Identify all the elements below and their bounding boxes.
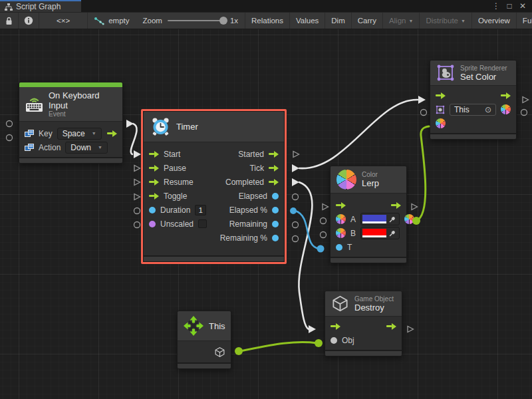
- graph-nodes-icon: [94, 17, 104, 25]
- values-button[interactable]: Values: [289, 13, 325, 29]
- node-title: Lerp: [362, 178, 379, 188]
- node-on-keyboard-input[interactable]: On Keyboard Input Event Key Space ▼: [19, 82, 123, 164]
- port-label: Obj: [342, 336, 354, 345]
- lock-icon: [5, 17, 13, 25]
- zoom-slider-handle[interactable]: [219, 17, 227, 25]
- flow-in-port[interactable]: [149, 165, 159, 172]
- flow-in-port[interactable]: [149, 151, 159, 158]
- flow-in-port[interactable]: [436, 92, 446, 99]
- node-footer: [19, 157, 122, 163]
- port-row-key: Key Space ▼: [25, 126, 117, 140]
- graph-status: empty: [88, 13, 136, 29]
- color-port-icon[interactable]: [336, 228, 346, 238]
- object-picker-icon[interactable]: ⊙: [485, 105, 491, 114]
- flow-out-port[interactable]: [107, 130, 117, 137]
- value-out-port[interactable]: [272, 207, 279, 213]
- chevron-down-icon: ▼: [98, 145, 102, 150]
- tab-script-graph[interactable]: Script Graph: [0, 0, 81, 12]
- node-destroy[interactable]: Game Object Destroy Obj: [325, 291, 402, 356]
- value-in-port[interactable]: [149, 221, 156, 227]
- wire-this-to-obj: [240, 342, 317, 351]
- action-dropdown[interactable]: Down ▼: [65, 142, 108, 154]
- value-in-port[interactable]: [149, 207, 156, 213]
- flow-out-port[interactable]: [269, 165, 279, 172]
- port-row: Resume Completed: [149, 175, 279, 189]
- color-out-port[interactable]: [404, 214, 414, 224]
- lock-button[interactable]: [0, 13, 19, 29]
- chevron-down-icon: ▼: [461, 19, 466, 23]
- collapse-glyph: <×>: [57, 17, 70, 25]
- carry-button[interactable]: Carry: [351, 13, 382, 29]
- zoom-value: 1x: [230, 17, 238, 25]
- graph-toolbar: <×> empty Zoom 1x Relations Values Dim C…: [0, 12, 532, 29]
- port-label: T: [347, 243, 352, 252]
- eyedropper-icon[interactable]: [389, 229, 396, 237]
- game-object-cube-icon[interactable]: [214, 346, 225, 358]
- node-color-lerp[interactable]: Color Lerp A: [330, 166, 407, 263]
- distribute-button[interactable]: Distribute ▼: [419, 13, 471, 29]
- flow-out-port[interactable]: [501, 92, 511, 99]
- port-row-a: A: [336, 212, 401, 226]
- flow-in-port[interactable]: [149, 193, 159, 200]
- value-out-port[interactable]: [272, 193, 279, 200]
- port-label: Remaining: [229, 219, 267, 229]
- node-title: On Keyboard Input: [49, 90, 116, 110]
- node-this[interactable]: This: [177, 311, 231, 369]
- flow-in-port[interactable]: [336, 202, 346, 209]
- port-label: Started: [238, 150, 264, 159]
- port-row-color-in: [436, 116, 511, 130]
- port-row-flow: [331, 319, 396, 333]
- event-accent-bar: [19, 82, 122, 87]
- window-maximize-icon[interactable]: □: [504, 1, 515, 11]
- color-in-port[interactable]: [436, 118, 446, 128]
- align-button[interactable]: Align ▼: [382, 13, 420, 29]
- flow-out-port[interactable]: [391, 202, 401, 209]
- window-menu-icon[interactable]: ⋮: [491, 1, 501, 11]
- color-b-field[interactable]: [360, 227, 400, 239]
- port-label: Remaining %: [220, 233, 267, 243]
- overview-button[interactable]: Overview: [471, 13, 516, 29]
- node-timer[interactable]: Timer Start Started Pause Tick Resume Co…: [143, 111, 285, 262]
- value-out-port[interactable]: [272, 235, 279, 241]
- value-in-port[interactable]: [336, 244, 342, 251]
- node-title: This: [209, 321, 225, 331]
- unscaled-checkbox[interactable]: [198, 219, 207, 228]
- flow-out-port[interactable]: [269, 179, 279, 186]
- node-footer: [325, 350, 402, 356]
- info-button[interactable]: [19, 13, 39, 29]
- value-in-port[interactable]: [331, 337, 337, 344]
- color-out-port[interactable]: [501, 104, 511, 114]
- color-port-icon[interactable]: [336, 214, 346, 224]
- flow-out-port[interactable]: [269, 151, 279, 158]
- graph-canvas[interactable]: On Keyboard Input Event Key Space ▼: [0, 29, 532, 399]
- flow-out-port[interactable]: [386, 323, 396, 330]
- flow-in-port[interactable]: [331, 323, 340, 330]
- relations-button[interactable]: Relations: [245, 13, 289, 29]
- eyedropper-icon[interactable]: [389, 215, 396, 223]
- flow-in-port[interactable]: [149, 179, 159, 186]
- color-wheel-icon: [336, 170, 356, 190]
- fullscreen-button[interactable]: Full Screen: [516, 13, 532, 29]
- collapse-button[interactable]: <×>: [39, 13, 88, 29]
- color-a-field[interactable]: [360, 213, 400, 225]
- sprite-renderer-mini-icon[interactable]: [436, 105, 445, 114]
- value-out-port[interactable]: [272, 221, 279, 227]
- chevron-down-icon: ▼: [92, 131, 96, 136]
- port-label: Tick: [249, 164, 264, 173]
- this-icon: [184, 316, 203, 336]
- zoom-control: Zoom 1x: [136, 13, 245, 29]
- chevron-down-icon: ▼: [408, 19, 413, 23]
- window-close-icon[interactable]: ✕: [517, 1, 528, 11]
- alarm-clock-icon: [150, 117, 171, 136]
- wire-elapsedpct-to-t: [295, 211, 319, 249]
- port-row: Duration 1 Elapsed %: [149, 203, 279, 217]
- dim-button[interactable]: Dim: [325, 13, 350, 29]
- port-label: Unscaled: [160, 219, 194, 229]
- key-dropdown[interactable]: Space ▼: [57, 128, 102, 140]
- node-set-color[interactable]: Sprite Renderer Set Color This ⊙: [430, 60, 517, 140]
- duration-input[interactable]: 1: [195, 205, 206, 215]
- target-object-field[interactable]: This ⊙: [450, 104, 496, 116]
- node-category: Sprite Renderer: [460, 65, 507, 72]
- zoom-slider[interactable]: [168, 20, 225, 21]
- keyboard-icon: [25, 96, 43, 112]
